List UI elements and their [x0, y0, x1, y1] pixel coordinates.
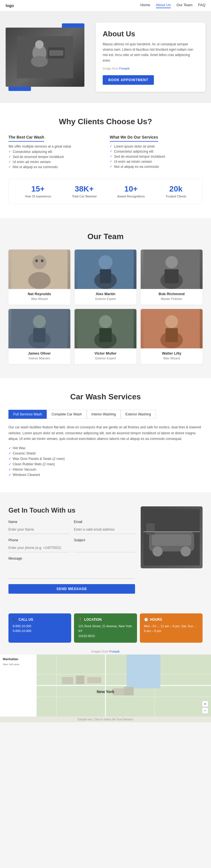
why-col1-item-0: Consectetur adipiscing elit	[8, 150, 101, 154]
svg-point-12	[99, 255, 112, 269]
hero-content: About Us Massa ultrices mi quis hendreri…	[96, 23, 205, 92]
stat-experience-label: Year Of experience	[25, 195, 51, 198]
svg-point-8	[28, 272, 50, 289]
svg-point-20	[33, 315, 46, 328]
send-message-button[interactable]: SEND MESSAGE	[8, 584, 135, 594]
team-role-james: Interior Maestro	[8, 356, 70, 360]
nav-about[interactable]: About Us	[156, 3, 171, 8]
svg-point-2	[35, 40, 44, 49]
team-role-victor: Exterior Expert	[75, 356, 136, 360]
form-row-name-email: Name Email	[8, 520, 135, 534]
james-photo-svg	[8, 309, 70, 348]
team-role-alex: Exterior Expert	[75, 297, 136, 301]
tab-interior-washing[interactable]: Interior Washing	[86, 410, 121, 419]
svg-rect-22	[33, 328, 45, 342]
logo: logo	[6, 3, 14, 8]
map-city-label: New York	[97, 689, 114, 694]
stat-experience-number: 15+	[25, 184, 51, 193]
team-card-nat: Nat Reynolds Wax Wizard	[8, 250, 70, 305]
svg-point-34	[181, 546, 191, 557]
why-col1-list: Consectetur adipiscing elit Sed do eiusm…	[8, 150, 101, 169]
hero-img-credit: Image from Freepik	[103, 66, 198, 71]
nav-team[interactable]: Our Team	[176, 3, 192, 8]
form-row-phone-subject: Phone Subject	[8, 538, 135, 552]
book-appointment-button[interactable]: BOOK APPOINTMENT	[103, 75, 154, 85]
phone-input[interactable]	[8, 544, 70, 552]
team-grid: Nat Reynolds Wax Wizard Alex Martin Exte…	[8, 250, 203, 364]
team-card-bob: Bob Richmond Master Polisher	[141, 250, 203, 305]
tab-complete-wash[interactable]: Complete Car Wash	[47, 410, 86, 419]
why-col2-item-4: Nisl ut aliquip ex ea commodo	[110, 165, 203, 169]
info-card-hours-heading: 🕐 HOURS	[144, 618, 198, 622]
info-card-hours-line1: 6 am – 8 pm	[144, 629, 198, 634]
why-col2-item-1: Consectetur adipiscing elit	[110, 150, 203, 154]
why-col1-item-1: Sed do eiusmod tempor incididunt	[8, 155, 101, 159]
map-zoom-out[interactable]: −	[202, 708, 208, 714]
svg-point-7	[32, 255, 46, 269]
hero-img-svg	[17, 36, 73, 78]
why-col1-item-3: Nisl ut aliquip ex ea commodo	[8, 165, 101, 169]
email-label: Email	[74, 520, 135, 524]
name-label: Name	[8, 520, 70, 524]
hero-image-wrapper	[6, 28, 90, 87]
why-col1-item-2: Ut enim ad minim veniam	[8, 160, 101, 164]
team-role-bob: Master Polisher	[141, 297, 203, 301]
tab-exterior-washing[interactable]: Exterior Washing	[121, 410, 156, 419]
map-zoom-in[interactable]: +	[202, 701, 208, 707]
team-section-title: Our Team	[8, 232, 203, 241]
form-group-subject: Subject	[74, 538, 135, 552]
svg-rect-47	[76, 676, 84, 684]
map-sidebar-title: Manhattan	[3, 657, 34, 661]
info-card-hours: 🕐 HOURS Mon - Fri ... 11 am – 8 pm, Sat,…	[140, 613, 203, 643]
info-card-hours-line0: Mon - Fri ... 11 am – 8 pm, Sat, Sun ...	[144, 624, 198, 629]
svg-rect-14	[100, 269, 111, 283]
alex-photo-svg	[75, 250, 136, 289]
info-card-location-heading: 📍 LOCATION	[78, 618, 133, 622]
why-col-2: What We Do Our Services Lorem ipsum dolo…	[110, 135, 203, 170]
form-group-email: Email	[74, 520, 135, 534]
stats-row: 15+ Year Of experience 38K+ Total Car Wa…	[8, 179, 203, 204]
svg-point-24	[99, 315, 112, 328]
team-section: Our Team Nat Reynolds Wax Wizard	[0, 218, 211, 378]
services-tabs: Full Services Wash Complete Car Wash Int…	[8, 410, 203, 419]
nav-home[interactable]: Home	[140, 3, 150, 8]
contact-image	[141, 506, 203, 594]
email-input[interactable]	[74, 525, 135, 534]
freepik-link[interactable]: Freepik	[119, 67, 130, 70]
freepik-link-2[interactable]: Freepik	[109, 650, 120, 653]
tab-full-services[interactable]: Full Services Wash	[8, 410, 47, 419]
map-placeholder: Manhattan New York area New York + −	[0, 654, 211, 716]
message-input[interactable]	[8, 562, 135, 579]
team-card-alex: Alex Martin Exterior Expert	[75, 250, 136, 305]
victor-photo-svg	[75, 309, 136, 348]
services-section: Car Wash Services Full Services Wash Com…	[0, 378, 211, 492]
form-group-phone: Phone	[8, 538, 70, 552]
nav-faq[interactable]: FAQ	[198, 3, 205, 8]
info-card-location: 📍 LOCATION 121 Rock Street, 21 Avenue, N…	[74, 613, 137, 643]
team-name-victor: Victor Muller	[75, 351, 136, 355]
svg-rect-45	[127, 654, 161, 688]
stat-clients: 20k Trusted Clients	[166, 184, 186, 198]
info-cards: 📞 CALL US 9-800-10-500 9-800-10-900 📍 LO…	[0, 608, 211, 649]
subject-input[interactable]	[74, 544, 135, 552]
stat-washed-number: 38K+	[72, 184, 97, 193]
stat-clients-number: 20k	[166, 184, 186, 193]
subject-label: Subject	[74, 538, 135, 542]
team-photo-walter	[141, 309, 203, 348]
why-grid: The Best Car Wash We offer multiple serv…	[8, 135, 203, 170]
svg-rect-5	[49, 50, 63, 56]
hero-description: Massa ultrices mi quis hendrerit. Ac ut …	[103, 42, 198, 63]
contact-img-placeholder	[141, 506, 203, 568]
team-name-nat: Nat Reynolds	[8, 292, 70, 296]
info-card-call-line0: 9-800-10-500	[13, 624, 67, 629]
why-col2-item-0: Lorem ipsum dolor sit amet	[110, 145, 203, 148]
svg-point-10	[41, 259, 44, 262]
services-description: Our car wash facilities feature flat-bel…	[8, 425, 203, 442]
contact-title: Get In Touch With us	[8, 506, 135, 514]
map-sidebar: Manhattan New York area	[0, 654, 37, 716]
walter-photo-svg	[141, 309, 203, 348]
svg-rect-35	[152, 534, 191, 546]
team-card-james: James Oliver Interior Maestro	[8, 309, 70, 364]
hero-image	[6, 28, 84, 87]
name-input[interactable]	[8, 525, 70, 534]
